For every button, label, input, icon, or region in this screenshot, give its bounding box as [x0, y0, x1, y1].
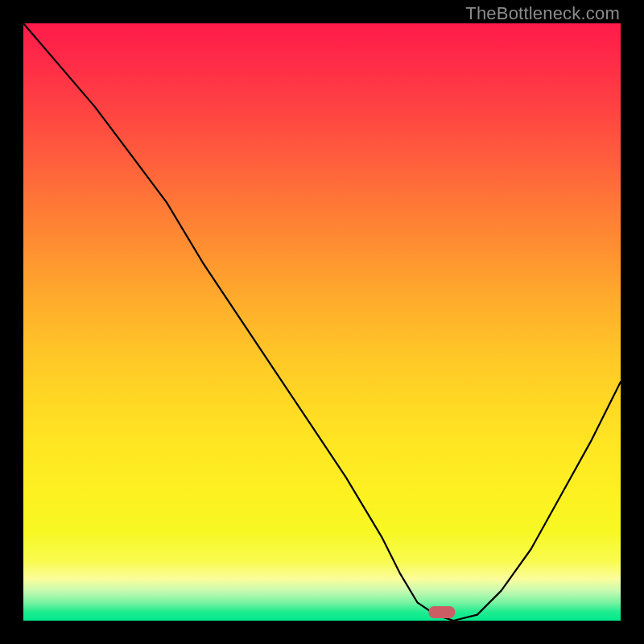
chart-frame: TheBottleneck.com	[0, 0, 644, 644]
plot-area	[23, 23, 621, 621]
watermark-text: TheBottleneck.com	[465, 3, 620, 24]
bottleneck-curve	[23, 23, 621, 621]
optimal-point-marker	[428, 606, 455, 618]
curve-layer	[23, 23, 621, 621]
